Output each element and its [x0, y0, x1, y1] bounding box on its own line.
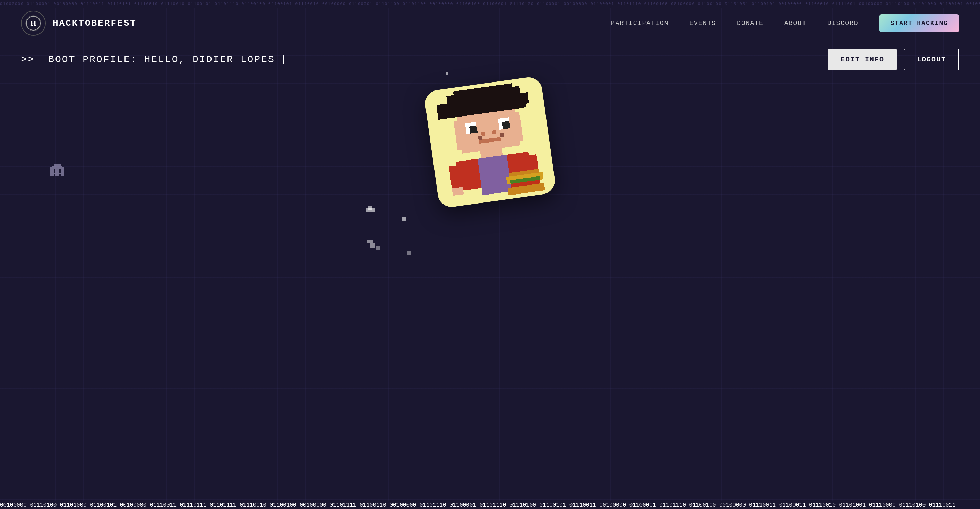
svg-rect-38: [54, 164, 61, 166]
pixel-particle-3: [367, 240, 373, 243]
svg-rect-43: [61, 174, 64, 176]
svg-rect-28: [477, 155, 512, 195]
binary-strip-top: 01000000 01100001 00100000 01110011 0111…: [0, 0, 980, 8]
nav-about[interactable]: ABOUT: [784, 20, 807, 27]
svg-rect-39: [52, 166, 62, 167]
binary-text-top: 01000000 01100001 00100000 01110011 0111…: [0, 2, 980, 6]
pixel-particle-2: [407, 251, 410, 255]
pixel-ghost: [49, 162, 66, 181]
svg-rect-42: [56, 174, 59, 176]
svg-rect-23: [478, 136, 482, 140]
nav-participation[interactable]: PARTICIPATION: [611, 20, 668, 27]
nav-donate[interactable]: DONATE: [737, 20, 764, 27]
pixel-dot-3: [366, 208, 374, 212]
page-header: >> BOOT PROFILE: HELLO, DIDIER LOPES EDI…: [21, 49, 959, 70]
navigation: H HACKTOBERFEST PARTICIPATION EVENTS DON…: [0, 8, 980, 39]
svg-rect-12: [450, 95, 458, 103]
svg-rect-19: [502, 121, 511, 129]
logo-icon: H: [25, 14, 42, 32]
edit-info-button[interactable]: EDIT INFO: [828, 49, 897, 70]
ghost-icon: [49, 162, 66, 180]
header-buttons: EDIT INFO LOGOUT: [828, 49, 959, 70]
pixel-particle-4: [376, 246, 380, 250]
svg-rect-18: [469, 126, 477, 134]
svg-rect-21: [492, 130, 496, 134]
svg-rect-41: [50, 174, 54, 176]
svg-rect-13: [508, 86, 517, 95]
boot-message: >> BOOT PROFILE: HELLO, DIDIER LOPES: [21, 54, 284, 65]
svg-rect-45: [59, 169, 61, 173]
avatar-card: [423, 76, 557, 209]
binary-text-bottom: 01000000 01100001 00100000 01110011 0111…: [0, 501, 980, 509]
pixel-particle-1: [371, 243, 375, 248]
svg-rect-40: [50, 167, 64, 174]
binary-strip-bottom: 01000000 01100001 00100000 01110011 0111…: [0, 501, 980, 509]
logo-text: HACKTOBERFEST: [53, 18, 137, 29]
nav-events[interactable]: EVENTS: [689, 20, 716, 27]
nav-logo: H HACKTOBERFEST: [21, 11, 137, 36]
pixel-dot-4: [445, 72, 449, 75]
svg-rect-31: [452, 187, 464, 196]
avatar-container: [431, 83, 549, 201]
boot-prefix: >>: [21, 54, 35, 65]
boot-text: >> BOOT PROFILE: HELLO, DIDIER LOPES: [21, 54, 284, 65]
start-hacking-button[interactable]: START HACKING: [880, 14, 959, 32]
nav-links: PARTICIPATION EVENTS DONATE ABOUT DISCOR…: [611, 14, 959, 32]
boot-label: BOOT PROFILE: HELLO, DIDIER LOPES: [48, 54, 275, 65]
nav-discord[interactable]: DISCORD: [827, 20, 859, 27]
pixel-avatar: [423, 76, 557, 209]
svg-text:H: H: [30, 19, 36, 27]
cursor-blink: [283, 55, 284, 65]
svg-rect-10: [436, 104, 449, 120]
logout-button[interactable]: LOGOUT: [904, 49, 959, 70]
grid-background: [0, 0, 980, 509]
logo-circle: H: [21, 11, 46, 36]
svg-rect-11: [513, 92, 529, 105]
svg-rect-44: [54, 169, 56, 173]
pixel-dot-2: [402, 217, 406, 221]
svg-rect-24: [500, 133, 504, 137]
svg-rect-20: [481, 132, 485, 136]
